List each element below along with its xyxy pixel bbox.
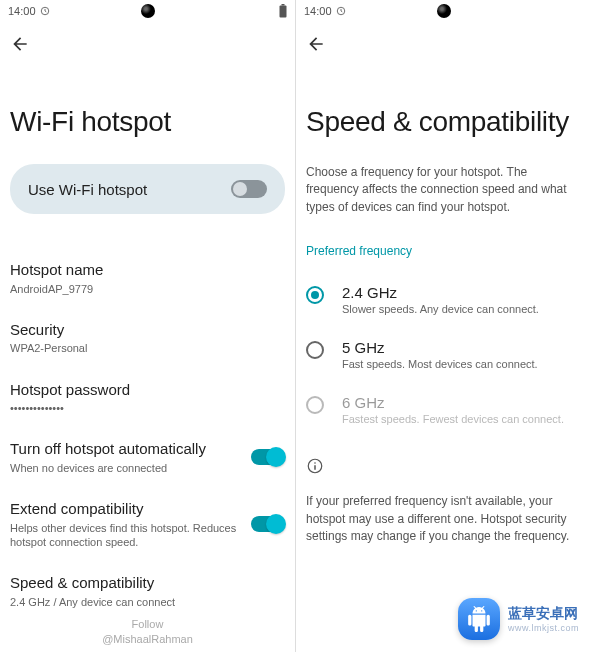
svg-point-5 (314, 462, 316, 464)
page-title: Wi-Fi hotspot (10, 106, 285, 138)
auto-off-switch[interactable] (251, 449, 285, 465)
screen-wifi-hotspot: 14:00 Wi-Fi hotspot Use Wi-Fi hotspot Ho… (0, 0, 296, 652)
radio-disabled-icon (306, 396, 324, 414)
extend-compat-item[interactable]: Extend compatibility Helps other devices… (10, 487, 285, 561)
status-time: 14:00 (8, 5, 50, 17)
option-sub: Slower speeds. Any device can connect. (342, 303, 539, 315)
site-watermark: 蓝草安卓网 www.lmkjst.com (458, 598, 579, 640)
clock-text: 14:00 (8, 5, 36, 17)
radio-unselected-icon[interactable] (306, 341, 324, 359)
extend-compat-switch[interactable] (251, 516, 285, 532)
status-bar: 14:00 (0, 0, 295, 20)
app-bar (0, 20, 295, 58)
option-title: 2.4 GHz (342, 284, 539, 301)
watermark-line1: 蓝草安卓网 (508, 605, 579, 623)
content-area: Speed & compatibility Choose a frequency… (296, 58, 591, 652)
hotspot-password-title: Hotspot password (10, 380, 285, 400)
watermark-line2: www.lmkjst.com (508, 623, 579, 633)
svg-rect-1 (282, 4, 285, 6)
info-row (306, 457, 581, 475)
auto-off-sub: When no devices are connected (10, 461, 239, 475)
radio-selected-icon[interactable] (306, 286, 324, 304)
clock-text: 14:00 (304, 5, 332, 17)
back-button[interactable] (306, 34, 581, 58)
option-sub: Fastest speeds. Fewest devices can conne… (342, 413, 564, 425)
hotspot-password-value: •••••••••••••• (10, 401, 285, 415)
watermark-android-icon (458, 598, 500, 640)
use-wifi-hotspot-toggle-row[interactable]: Use Wi-Fi hotspot (10, 164, 285, 214)
use-wifi-hotspot-label: Use Wi-Fi hotspot (28, 181, 147, 198)
security-title: Security (10, 320, 285, 340)
clock-icon (40, 6, 50, 16)
info-text: If your preferred frequency isn't availa… (306, 493, 581, 545)
hotspot-password-item[interactable]: Hotspot password •••••••••••••• (10, 368, 285, 428)
hotspot-name-title: Hotspot name (10, 260, 285, 280)
option-title: 6 GHz (342, 394, 564, 411)
extend-compat-title: Extend compatibility (10, 499, 239, 519)
credit-text: Follow @MishaalRahman (102, 617, 193, 646)
back-button[interactable] (10, 34, 285, 58)
extend-compat-sub: Helps other devices find this hotspot. R… (10, 521, 239, 550)
auto-off-title: Turn off hotspot automatically (10, 439, 239, 459)
hotspot-name-value: AndroidAP_9779 (10, 282, 285, 296)
credit-line1: Follow (102, 617, 193, 631)
security-value: WPA2-Personal (10, 341, 285, 355)
auto-off-item[interactable]: Turn off hotspot automatically When no d… (10, 427, 285, 487)
page-description: Choose a frequency for your hotspot. The… (306, 164, 581, 216)
svg-rect-6 (314, 465, 316, 470)
option-title: 5 GHz (342, 339, 538, 356)
clock-icon (336, 6, 346, 16)
freq-option-6ghz: 6 GHz Fastest speeds. Fewest devices can… (306, 382, 581, 437)
security-item[interactable]: Security WPA2-Personal (10, 308, 285, 368)
watermark-text: 蓝草安卓网 www.lmkjst.com (508, 605, 579, 633)
svg-rect-2 (280, 6, 287, 18)
page-title: Speed & compatibility (306, 106, 581, 138)
section-label: Preferred frequency (306, 244, 581, 258)
battery-icon (279, 4, 287, 18)
status-bar: 14:00 (296, 0, 591, 20)
screen-speed-compat: 14:00 Speed & compatibility Choose a fre… (296, 0, 591, 652)
speed-compat-sub: 2.4 GHz / Any device can connect (10, 595, 285, 609)
info-icon (306, 457, 324, 475)
option-sub: Fast speeds. Most devices can connect. (342, 358, 538, 370)
credit-line2: @MishaalRahman (102, 632, 193, 646)
freq-option-5ghz[interactable]: 5 GHz Fast speeds. Most devices can conn… (306, 327, 581, 382)
front-camera-cutout (437, 4, 451, 18)
speed-compat-title: Speed & compatibility (10, 573, 285, 593)
status-time: 14:00 (304, 5, 346, 17)
use-wifi-hotspot-switch[interactable] (231, 180, 267, 198)
content-area: Wi-Fi hotspot Use Wi-Fi hotspot Hotspot … (0, 58, 295, 652)
front-camera-cutout (141, 4, 155, 18)
speed-compat-item[interactable]: Speed & compatibility 2.4 GHz / Any devi… (10, 561, 285, 621)
hotspot-name-item[interactable]: Hotspot name AndroidAP_9779 (10, 248, 285, 308)
freq-option-24ghz[interactable]: 2.4 GHz Slower speeds. Any device can co… (306, 272, 581, 327)
app-bar (296, 20, 591, 58)
